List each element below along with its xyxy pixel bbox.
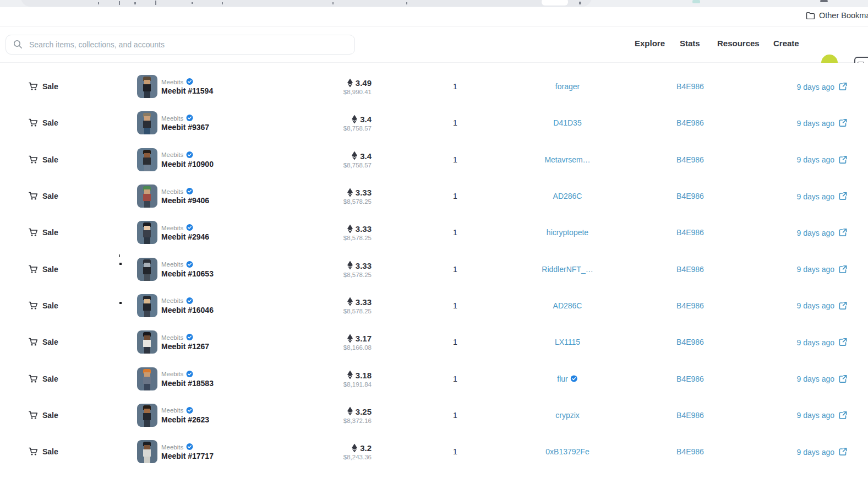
price-cell: 3.2 $8,243.36 <box>343 443 372 460</box>
item-link[interactable]: Meebit #10900 <box>161 159 214 168</box>
nav-create[interactable]: Create <box>773 39 799 48</box>
buyer-link[interactable]: D41D35 <box>553 118 581 127</box>
browser-zoom-indicator[interactable] <box>542 0 568 6</box>
buyer-link[interactable]: Metavrsem… <box>544 155 590 164</box>
seller-link[interactable]: B4E986 <box>676 228 704 237</box>
item-link[interactable]: Meebit #9367 <box>161 123 209 132</box>
item-thumbnail[interactable] <box>137 404 157 427</box>
item-thumbnail[interactable] <box>137 148 157 171</box>
item-link[interactable]: Meebit #2623 <box>161 415 209 424</box>
transaction-time-link[interactable]: 9 days ago <box>797 374 848 383</box>
seller-link[interactable]: B4E986 <box>676 265 704 274</box>
transaction-time-link[interactable]: 9 days ago <box>797 301 848 310</box>
item-cell: Meebits Meebit #10653 <box>161 261 214 278</box>
buyer-link[interactable]: crypzix <box>555 411 580 420</box>
price-eth-value: 3.2 <box>360 443 372 453</box>
item-link[interactable]: Meebit #18583 <box>161 378 214 387</box>
item-thumbnail[interactable] <box>137 367 157 390</box>
collection-link[interactable]: Meebits <box>161 78 183 85</box>
transaction-time-link[interactable]: 9 days ago <box>797 410 848 420</box>
browser-extension-icon[interactable] <box>692 0 700 3</box>
seller-link[interactable]: B4E986 <box>676 338 704 346</box>
seller-link[interactable]: B4E986 <box>676 118 704 127</box>
buyer-link[interactable]: 0xB13792Fe <box>545 447 589 456</box>
item-link[interactable]: Meebit #17717 <box>161 452 214 460</box>
item-link[interactable]: Meebit #2946 <box>161 232 209 241</box>
transaction-time-link[interactable]: 9 days ago <box>797 264 848 274</box>
item-thumbnail[interactable] <box>137 330 157 354</box>
transaction-time-link[interactable]: 9 days ago <box>797 155 848 164</box>
buyer-link[interactable]: hicryptopete <box>547 228 588 237</box>
item-thumbnail[interactable] <box>137 184 157 208</box>
collection-link[interactable]: Meebits <box>161 115 183 121</box>
nav-stats[interactable]: Stats <box>680 39 700 48</box>
buyer-cell: D41D35 <box>553 118 581 127</box>
price-usd-value: $8,578.25 <box>343 307 372 314</box>
item-cell: Meebits Meebit #1267 <box>161 334 209 351</box>
item-link[interactable]: Meebit #9406 <box>161 196 209 205</box>
item-thumbnail[interactable] <box>137 111 157 134</box>
buyer-link[interactable]: AD286C <box>553 301 582 310</box>
item-link[interactable]: Meebit #1267 <box>161 342 209 351</box>
buyer-link[interactable]: RiddlerNFT_… <box>542 265 593 274</box>
collection-link[interactable]: Meebits <box>161 407 183 414</box>
item-thumbnail[interactable] <box>137 258 157 281</box>
buyer-link[interactable]: forager <box>555 82 580 91</box>
seller-link[interactable]: B4E986 <box>676 82 704 91</box>
table-row: Sale Meebits Meebit #18583 <box>0 360 868 397</box>
collection-link[interactable]: Meebits <box>161 188 183 194</box>
price-cell: 3.49 $8,990.41 <box>343 78 372 95</box>
transaction-time-link[interactable]: 9 days ago <box>797 118 848 128</box>
seller-link[interactable]: B4E986 <box>676 301 704 310</box>
collection-link[interactable]: Meebits <box>161 371 183 377</box>
item-thumbnail[interactable] <box>137 75 157 98</box>
collection-link[interactable]: Meebits <box>161 261 183 268</box>
event-type-label: Sale <box>42 228 58 237</box>
collection-link[interactable]: Meebits <box>161 443 183 450</box>
browser-address-bar[interactable] <box>21 0 592 7</box>
price-usd-value: $8,758.57 <box>343 161 372 168</box>
transaction-time-link[interactable]: 9 days ago <box>797 338 848 347</box>
item-link[interactable]: Meebit #10653 <box>161 269 214 278</box>
quantity-value: 1 <box>453 155 457 164</box>
buyer-link[interactable]: flur <box>557 375 567 383</box>
item-thumbnail[interactable] <box>137 221 157 244</box>
seller-link[interactable]: B4E986 <box>676 155 704 164</box>
price-eth-value: 3.25 <box>356 406 372 416</box>
transaction-time-link[interactable]: 9 days ago <box>797 82 848 91</box>
seller-cell: B4E986 <box>676 155 704 165</box>
eth-icon <box>352 151 357 160</box>
seller-link[interactable]: B4E986 <box>676 192 704 200</box>
time-label: 9 days ago <box>797 447 835 456</box>
item-link[interactable]: Meebit #11594 <box>161 86 213 95</box>
item-cell: Meebits Meebit #17717 <box>161 443 214 460</box>
collection-link[interactable]: Meebits <box>161 224 183 231</box>
item-cell: Meebits Meebit #2946 <box>161 224 209 241</box>
buyer-cell: Metavrsem… <box>544 155 590 164</box>
seller-link[interactable]: B4E986 <box>676 411 704 420</box>
activity-table: Sale Meebits Meebit #11594 <box>0 68 868 470</box>
collection-link[interactable]: Meebits <box>161 151 183 158</box>
collection-link[interactable]: Meebits <box>161 297 183 304</box>
buyer-link[interactable]: LX1115 <box>555 338 580 346</box>
time-label: 9 days ago <box>797 155 835 164</box>
nav-resources[interactable]: Resources <box>717 39 760 48</box>
eth-icon <box>347 188 353 197</box>
browser-menu-icon[interactable] <box>820 0 828 2</box>
transaction-time-link[interactable]: 9 days ago <box>797 228 848 237</box>
price-cell: 3.33 $8,578.25 <box>343 261 372 278</box>
transaction-time-link[interactable]: 9 days ago <box>797 192 848 201</box>
event-cell: Sale <box>29 265 58 274</box>
seller-link[interactable]: B4E986 <box>676 447 704 456</box>
item-thumbnail[interactable] <box>137 440 157 463</box>
nav-explore[interactable]: Explore <box>635 39 665 48</box>
search-input[interactable] <box>6 35 355 55</box>
item-link[interactable]: Meebit #16046 <box>161 305 214 314</box>
table-row: Sale Meebits Meebit #11594 <box>0 68 868 105</box>
buyer-link[interactable]: AD286C <box>553 192 582 200</box>
other-bookmarks-button[interactable]: Other Bookmarks <box>806 11 868 20</box>
item-thumbnail[interactable] <box>137 294 157 317</box>
transaction-time-link[interactable]: 9 days ago <box>797 447 848 457</box>
seller-link[interactable]: B4E986 <box>676 375 704 383</box>
collection-link[interactable]: Meebits <box>161 334 183 340</box>
